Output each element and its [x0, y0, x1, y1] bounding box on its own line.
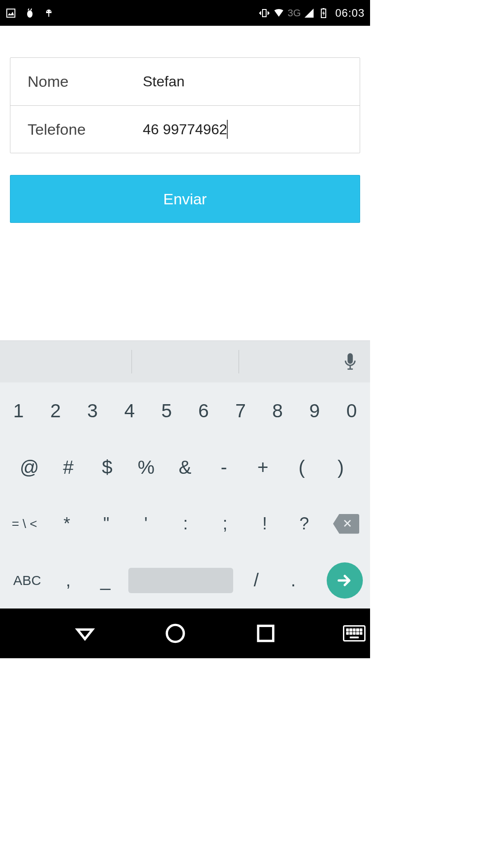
- key-8[interactable]: 8: [259, 400, 296, 422]
- key-0[interactable]: 0: [333, 400, 370, 422]
- svg-rect-8: [258, 626, 273, 641]
- nav-keyboard-toggle-icon[interactable]: [343, 625, 366, 642]
- android-icon: [43, 8, 54, 19]
- content-spacer: [0, 223, 370, 340]
- key-slash[interactable]: /: [238, 570, 275, 590]
- name-label: Nome: [28, 73, 143, 90]
- key-1[interactable]: 1: [0, 400, 37, 422]
- keyboard-row-3: = \ < * " ' : ; ! ? ✕: [0, 495, 370, 552]
- microphone-icon[interactable]: [344, 353, 357, 370]
- status-time: 06:03: [335, 7, 365, 19]
- svg-point-7: [167, 625, 184, 642]
- phone-input[interactable]: 46 99774962: [143, 121, 227, 138]
- key-percent[interactable]: %: [127, 457, 165, 478]
- nav-home-icon[interactable]: [164, 622, 187, 645]
- key-alt-symbols[interactable]: = \ <: [2, 517, 47, 531]
- keyboard-row-1: 1 2 3 4 5 6 7 8 9 0: [0, 382, 370, 439]
- nav-recent-icon[interactable]: [254, 622, 277, 645]
- key-lparen[interactable]: (: [282, 457, 321, 478]
- nav-back-icon[interactable]: [74, 622, 96, 645]
- svg-point-0: [27, 10, 33, 18]
- svg-rect-3: [263, 9, 266, 17]
- svg-point-1: [47, 11, 48, 12]
- svg-rect-5: [323, 8, 324, 9]
- key-colon[interactable]: :: [166, 514, 206, 533]
- battery-charging-icon: [318, 8, 329, 19]
- key-5[interactable]: 5: [148, 400, 185, 422]
- backspace-icon: ✕: [333, 514, 359, 534]
- key-period[interactable]: .: [275, 570, 312, 590]
- key-rparen[interactable]: ): [321, 457, 360, 478]
- key-plus[interactable]: +: [244, 457, 282, 478]
- network-type-label: 3G: [288, 7, 301, 19]
- name-row: Nome: [10, 58, 360, 105]
- key-space[interactable]: [128, 568, 233, 593]
- phone-input-wrap[interactable]: 46 99774962: [143, 120, 343, 139]
- key-at[interactable]: @: [10, 457, 49, 478]
- system-nav-bar: [0, 609, 370, 658]
- picture-icon: [5, 8, 16, 19]
- phone-row: Telefone 46 99774962: [10, 105, 360, 153]
- svg-rect-6: [347, 353, 353, 363]
- status-left-icons: [5, 8, 54, 19]
- keyboard-row-4: ABC , _ / .: [0, 552, 370, 609]
- key-comma[interactable]: ,: [50, 570, 87, 590]
- key-squote[interactable]: ': [126, 514, 166, 533]
- key-abc[interactable]: ABC: [5, 573, 50, 588]
- name-input[interactable]: [143, 73, 343, 90]
- key-backspace[interactable]: ✕: [328, 511, 365, 537]
- key-underscore[interactable]: _: [87, 570, 124, 590]
- wifi-icon: [273, 8, 284, 19]
- key-dquote[interactable]: ": [87, 514, 127, 533]
- key-9[interactable]: 9: [296, 400, 333, 422]
- svg-point-2: [50, 11, 51, 12]
- form-content: Nome Telefone 46 99774962 Enviar: [0, 26, 370, 223]
- key-6[interactable]: 6: [185, 400, 222, 422]
- key-hash[interactable]: #: [49, 457, 88, 478]
- bug-icon: [24, 8, 35, 19]
- key-dollar[interactable]: $: [88, 457, 127, 478]
- key-minus[interactable]: -: [205, 457, 244, 478]
- text-cursor: [227, 120, 228, 139]
- soft-keyboard: 1 2 3 4 5 6 7 8 9 0 @ # $ % & - + ( ) = …: [0, 340, 370, 609]
- key-2[interactable]: 2: [37, 400, 74, 422]
- key-ampersand[interactable]: &: [165, 457, 204, 478]
- submit-button[interactable]: Enviar: [10, 175, 360, 223]
- vibrate-icon: [259, 8, 270, 19]
- key-exclaim[interactable]: !: [245, 514, 285, 533]
- form-box: Nome Telefone 46 99774962: [10, 57, 360, 153]
- key-4[interactable]: 4: [111, 400, 148, 422]
- keyboard-row-2: @ # $ % & - + ( ): [0, 439, 370, 495]
- key-semicolon[interactable]: ;: [205, 514, 245, 533]
- key-question[interactable]: ?: [284, 514, 324, 533]
- key-3[interactable]: 3: [74, 400, 111, 422]
- phone-label: Telefone: [28, 121, 143, 138]
- key-7[interactable]: 7: [222, 400, 259, 422]
- signal-icon: [304, 8, 314, 19]
- status-bar: 3G 06:03: [0, 0, 370, 26]
- status-right-icons: 3G 06:03: [259, 7, 365, 19]
- enter-arrow-icon: [336, 571, 354, 590]
- key-enter[interactable]: [327, 562, 363, 599]
- key-star[interactable]: *: [47, 514, 87, 533]
- keyboard-suggestion-bar: [0, 341, 370, 382]
